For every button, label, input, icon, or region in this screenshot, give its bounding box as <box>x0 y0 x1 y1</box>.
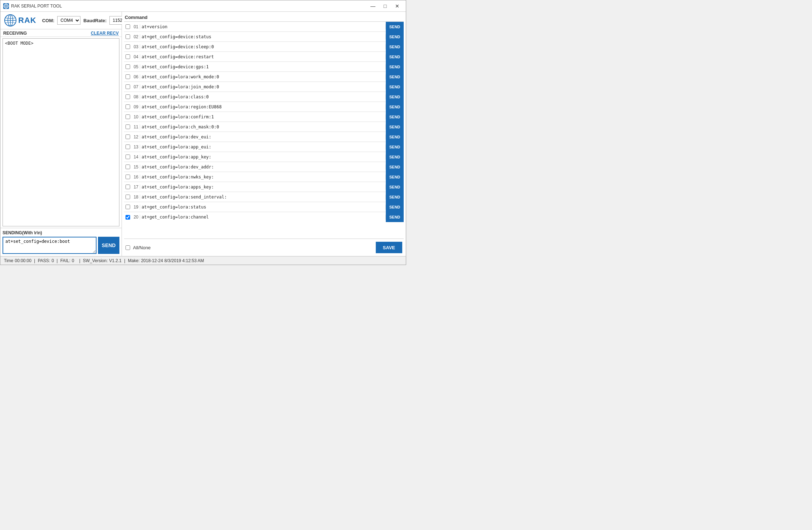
cmd-number: 05 <box>131 64 140 69</box>
com-select[interactable]: COM4 COM1 COM2 COM3 COM5 <box>57 16 80 25</box>
cmd-checkbox-06[interactable] <box>126 74 130 79</box>
clear-recv-button[interactable]: CLEAR RECV <box>91 31 119 36</box>
cmd-text: at+set_config=lora:work_mode:0 <box>140 74 386 79</box>
toolbar: RAK COM: COM4 COM1 COM2 COM3 COM5 BaudRa… <box>0 12 122 29</box>
cmd-text: at+set_config=lora:confirm:1 <box>140 114 386 119</box>
cmd-check-cell <box>124 104 131 109</box>
cmd-check-cell <box>124 215 131 220</box>
cmd-number: 20 <box>131 215 140 220</box>
cmd-check-cell <box>124 44 131 49</box>
cmd-number: 06 <box>131 74 140 79</box>
sending-section: SENDING(With \r\n) at+set_config=device:… <box>0 228 122 256</box>
save-button[interactable]: SAVE <box>376 242 402 253</box>
cmd-checkbox-11[interactable] <box>126 124 130 129</box>
cmd-check-cell <box>124 154 131 159</box>
cmd-checkbox-03[interactable] <box>126 44 130 49</box>
cmd-checkbox-04[interactable] <box>126 54 130 59</box>
cmd-send-button-06[interactable]: SEND <box>386 72 404 82</box>
receiving-area[interactable]: <BOOT MODE> <box>3 38 119 226</box>
cmd-send-button-13[interactable]: SEND <box>386 142 404 152</box>
pass-label: PASS: <box>38 258 50 263</box>
cmd-send-button-19[interactable]: SEND <box>386 202 404 212</box>
cmd-check-cell <box>124 64 131 69</box>
cmd-checkbox-16[interactable] <box>126 175 130 179</box>
all-none-checkbox[interactable] <box>126 245 130 250</box>
cmd-text: at+get_config=device:status <box>140 34 386 39</box>
cmd-checkbox-12[interactable] <box>126 134 130 139</box>
command-row: 08at+set_config=lora:class:0SEND <box>124 92 404 102</box>
command-row: 15at+set_config=lora:dev_addr:SEND <box>124 162 404 172</box>
right-panel: Command 01at+versionSEND02at+get_config=… <box>122 12 406 256</box>
cmd-checkbox-05[interactable] <box>126 64 130 69</box>
cmd-send-button-17[interactable]: SEND <box>386 182 404 192</box>
command-row: 11at+set_config=lora:ch_mask:0:0SEND <box>124 122 404 132</box>
command-header: Command <box>124 13 404 22</box>
time-value: 00:00:00 <box>15 258 31 263</box>
command-row: 03at+set_config=device:sleep:0SEND <box>124 42 404 52</box>
rak-globe-icon <box>4 14 17 27</box>
cmd-checkbox-10[interactable] <box>126 114 130 119</box>
cmd-check-cell <box>124 185 131 189</box>
cmd-send-button-14[interactable]: SEND <box>386 152 404 162</box>
cmd-checkbox-08[interactable] <box>126 94 130 99</box>
cmd-send-button-02[interactable]: SEND <box>386 32 404 42</box>
cmd-checkbox-13[interactable] <box>126 144 130 149</box>
command-row: 09at+set_config=lora:region:EU868SEND <box>124 102 404 112</box>
cmd-checkbox-14[interactable] <box>126 154 130 159</box>
cmd-send-button-04[interactable]: SEND <box>386 52 404 62</box>
cmd-send-button-18[interactable]: SEND <box>386 192 404 202</box>
cmd-number: 17 <box>131 185 140 190</box>
send-button[interactable]: SEND <box>98 237 119 254</box>
pass-value: 0 <box>51 258 54 263</box>
cmd-text: at+set_config=device:restart <box>140 54 386 59</box>
cmd-number: 10 <box>131 114 140 119</box>
cmd-number: 02 <box>131 34 140 39</box>
sending-input[interactable]: at+set_config=device:boot <box>3 237 97 254</box>
cmd-send-button-20[interactable]: SEND <box>386 212 404 222</box>
datetime: 8/3/2019 4:12:53 AM <box>164 258 204 263</box>
cmd-checkbox-15[interactable] <box>126 165 130 169</box>
minimize-button[interactable]: — <box>367 2 379 10</box>
cmd-checkbox-02[interactable] <box>126 34 130 39</box>
command-row: 13at+set_config=lora:app_eui:SEND <box>124 142 404 152</box>
cmd-send-button-01[interactable]: SEND <box>386 22 404 32</box>
cmd-check-cell <box>124 134 131 139</box>
cmd-send-button-12[interactable]: SEND <box>386 132 404 142</box>
cmd-checkbox-19[interactable] <box>126 205 130 209</box>
cmd-check-cell <box>124 84 131 89</box>
cmd-send-button-11[interactable]: SEND <box>386 122 404 132</box>
receiving-content: <BOOT MODE> <box>5 41 33 46</box>
make-label: Make: <box>128 258 140 263</box>
cmd-send-button-16[interactable]: SEND <box>386 172 404 182</box>
window-close-button[interactable]: ✕ <box>392 2 403 10</box>
command-row: 05at+set_config=device:gps:1SEND <box>124 62 404 72</box>
cmd-send-button-05[interactable]: SEND <box>386 62 404 72</box>
cmd-send-button-08[interactable]: SEND <box>386 92 404 102</box>
cmd-checkbox-18[interactable] <box>126 195 130 199</box>
main-content: RAK COM: COM4 COM1 COM2 COM3 COM5 BaudRa… <box>0 12 406 256</box>
cmd-checkbox-09[interactable] <box>126 104 130 109</box>
cmd-checkbox-20[interactable] <box>126 215 130 220</box>
rak-brand-text: RAK <box>18 16 36 25</box>
cmd-check-cell <box>124 195 131 199</box>
cmd-send-button-10[interactable]: SEND <box>386 112 404 122</box>
command-row: 18at+set_config=lora:send_interval:SEND <box>124 192 404 202</box>
cmd-checkbox-01[interactable] <box>126 24 130 29</box>
cmd-text: at+set_config=lora:apps_key: <box>140 185 386 190</box>
maximize-button[interactable]: □ <box>379 2 391 10</box>
cmd-checkbox-07[interactable] <box>126 84 130 89</box>
command-row: 16at+set_config=lora:nwks_key:SEND <box>124 172 404 182</box>
cmd-text: at+set_config=lora:app_eui: <box>140 144 386 149</box>
cmd-checkbox-17[interactable] <box>126 185 130 189</box>
cmd-number: 18 <box>131 195 140 200</box>
command-row: 19at+get_config=lora:statusSEND <box>124 202 404 212</box>
left-panel: RAK COM: COM4 COM1 COM2 COM3 COM5 BaudRa… <box>0 12 122 256</box>
cmd-send-button-09[interactable]: SEND <box>386 102 404 112</box>
cmd-send-button-07[interactable]: SEND <box>386 82 404 92</box>
command-footer: All/None SAVE <box>124 239 404 255</box>
cmd-number: 19 <box>131 205 140 210</box>
cmd-send-button-15[interactable]: SEND <box>386 162 404 172</box>
sw-label: SW_Version: <box>83 258 108 263</box>
command-row: 10at+set_config=lora:confirm:1SEND <box>124 112 404 122</box>
cmd-send-button-03[interactable]: SEND <box>386 42 404 52</box>
